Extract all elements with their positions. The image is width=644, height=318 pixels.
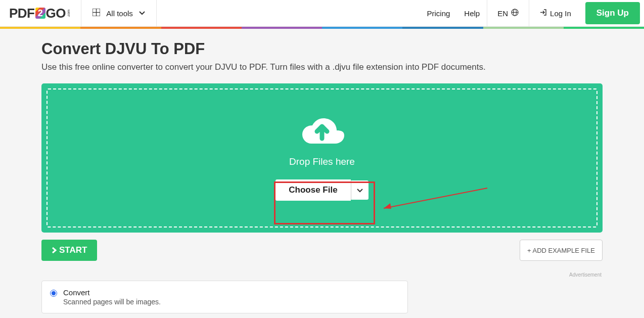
choose-file-button[interactable]: Choose File — [275, 179, 350, 201]
logo-2-icon — [35, 8, 45, 19]
logo-dotcom: .com — [67, 10, 70, 17]
choose-file-group: Choose File — [275, 179, 368, 201]
convert-radio[interactable] — [50, 290, 57, 297]
divider — [156, 0, 157, 27]
logo-suffix: GO — [46, 6, 66, 21]
choose-file-dropdown[interactable] — [351, 180, 369, 200]
login-icon — [539, 9, 547, 18]
start-button[interactable]: START — [41, 240, 97, 261]
drop-zone-inner: Drop Files here Choose File — [47, 88, 597, 228]
svg-line-6 — [384, 188, 487, 208]
help-link[interactable]: Help — [457, 9, 487, 18]
cloud-upload-icon — [297, 111, 347, 151]
main-container: Convert DJVU To PDF Use this free online… — [41, 29, 603, 313]
language-selector[interactable]: EN — [487, 9, 529, 18]
action-row: START + ADD EXAMPLE FILE — [41, 240, 603, 261]
chevron-right-icon — [52, 246, 57, 255]
login-button[interactable]: Log In — [529, 9, 581, 18]
start-label: START — [59, 245, 87, 255]
header: PDF GO .com All tools Pricing Help EN Lo… — [0, 0, 644, 27]
page-title: Convert DJVU To PDF — [41, 40, 603, 58]
page-subtitle: Use this free online converter to conver… — [41, 62, 603, 72]
logo-prefix: PDF — [9, 6, 35, 21]
rainbow-bar — [0, 27, 644, 29]
chevron-down-icon — [139, 10, 145, 17]
logo[interactable]: PDF GO .com — [0, 6, 81, 21]
lang-code: EN — [497, 9, 508, 18]
chevron-down-icon — [357, 189, 363, 193]
grid-icon — [93, 9, 100, 18]
drop-zone[interactable]: Drop Files here Choose File — [41, 83, 603, 233]
annotation-arrow — [376, 186, 492, 216]
globe-icon — [511, 9, 519, 18]
login-label: Log In — [550, 9, 571, 18]
option-title: Convert — [63, 288, 161, 297]
pricing-link[interactable]: Pricing — [420, 9, 457, 18]
all-tools-label: All tools — [106, 9, 133, 18]
svg-marker-7 — [384, 203, 391, 209]
convert-option-card[interactable]: Convert Scanned pages will be images. — [41, 281, 408, 313]
option-subtitle: Scanned pages will be images. — [63, 298, 161, 306]
drop-label: Drop Files here — [289, 156, 355, 167]
signup-button[interactable]: Sign Up — [585, 2, 640, 24]
advertisement-label: Advertisement — [41, 272, 603, 278]
all-tools-menu[interactable]: All tools — [81, 0, 156, 26]
add-example-file-button[interactable]: + ADD EXAMPLE FILE — [520, 240, 603, 261]
